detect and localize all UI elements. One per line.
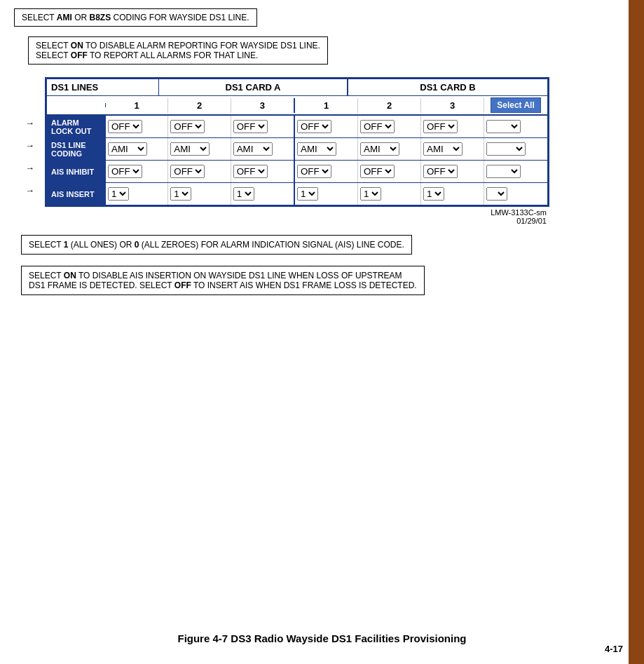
- ds1-line-coding-b3-cell[interactable]: AMIB8ZS: [421, 138, 484, 160]
- ais-inhibit-a1[interactable]: OFFON: [108, 165, 142, 178]
- figure-caption: Figure 4-7 DS3 Radio Wayside DS1 Facilit…: [21, 632, 624, 644]
- ais-insert-b-extra[interactable]: 10: [486, 187, 507, 201]
- label-alarm-lock-out: ALARM LOCK OUT: [47, 116, 106, 137]
- label-ais-insert: AIS INSERT: [47, 183, 106, 205]
- card-b-col-3: 3: [421, 98, 484, 113]
- ais-inhibit-b3[interactable]: OFFON: [423, 165, 458, 178]
- off-bold-1: OFF: [71, 50, 88, 60]
- on-bold-1: ON: [71, 41, 83, 50]
- page-number: 4-17: [605, 644, 623, 654]
- ds1-line-coding-b2[interactable]: AMIB8ZS: [360, 142, 399, 156]
- ais-inhibit-b2[interactable]: OFFON: [360, 165, 395, 178]
- ais-insert-a3-cell[interactable]: 10: [231, 183, 294, 205]
- ds1-line-coding-a3-cell[interactable]: AMIB8ZS: [231, 138, 294, 160]
- ais-insert-a1[interactable]: 10: [108, 187, 129, 201]
- lmw-label: LMW-3133C-sm 01/29/01: [38, 208, 547, 225]
- select-all-button[interactable]: Select All: [491, 97, 541, 113]
- ais-inhibit-b-extra-cell[interactable]: OFFON: [484, 161, 547, 182]
- alarm-lock-out-b-extra[interactable]: OFFON: [486, 120, 521, 133]
- val2-bold: 0: [135, 240, 139, 250]
- alarm-lock-out-a2[interactable]: OFFON: [170, 120, 205, 133]
- ds1-line-coding-b-extra[interactable]: AMIB8ZS: [486, 142, 526, 156]
- row-alarm-lock-out: ALARM LOCK OUT OFFON OFFON OFFON: [47, 115, 547, 137]
- alarm-lock-out-b-extra-cell[interactable]: OFFON: [484, 116, 547, 137]
- ais-inhibit-a3[interactable]: OFFON: [233, 165, 268, 178]
- alarm-lock-out-b1[interactable]: OFFON: [297, 120, 331, 133]
- arrow-ds1-line-coding: →: [25, 140, 34, 151]
- alarm-lock-out-a2-cell[interactable]: OFFON: [168, 116, 231, 137]
- ds1-line-coding-b3[interactable]: AMIB8ZS: [423, 142, 463, 156]
- arrow-ais-inhibit: →: [25, 163, 34, 173]
- alarm-lock-out-b3[interactable]: OFFON: [423, 120, 458, 133]
- ds1-line-coding-a1-cell[interactable]: AMIB8ZS: [106, 138, 168, 160]
- alarm-lock-out-a1[interactable]: OFFON: [108, 120, 142, 133]
- ais-inhibit-a2[interactable]: OFFON: [170, 165, 205, 178]
- ais-inhibit-b-extra[interactable]: OFFON: [486, 165, 521, 178]
- card-a-col-3: 3: [231, 98, 294, 113]
- card-b-title: DS1 CARD B: [348, 82, 547, 93]
- alarm-lock-out-a3[interactable]: OFFON: [233, 120, 268, 133]
- notice-box-1: SELECT AMI OR B8ZS CODING FOR WAYSIDE DS…: [14, 8, 257, 27]
- ds1-lines-header: DS1 LINES: [47, 79, 159, 95]
- ais-insert-a3[interactable]: 10: [233, 187, 254, 201]
- alarm-lock-out-b2-cell[interactable]: OFFON: [358, 116, 421, 137]
- arrow-alarm-lock-out: →: [25, 118, 34, 128]
- ds1-line-coding-b1-cell[interactable]: AMIB8ZS: [295, 138, 358, 160]
- ais-insert-b3[interactable]: 10: [423, 187, 444, 201]
- val1-bold: 1: [64, 240, 69, 250]
- row-ais-inhibit: AIS INHIBIT OFFON OFFON OFFON: [47, 160, 547, 182]
- ais-inhibit-a1-cell[interactable]: OFFON: [106, 161, 168, 182]
- ds1-panel: DS1 LINES DS1 CARD A DS1 CARD B: [45, 77, 549, 207]
- card-b-col-2: 2: [358, 98, 421, 113]
- card-b-col-1: 1: [295, 98, 358, 113]
- card-b-title-area: DS1 CARD B: [348, 79, 547, 95]
- right-sidebar: [629, 0, 644, 664]
- ais-insert-b2-cell[interactable]: 10: [358, 183, 421, 205]
- alarm-lock-out-a3-cell[interactable]: OFFON: [231, 116, 294, 137]
- card-a-col-2: 2: [168, 98, 231, 113]
- b8zs-bold: B8ZS: [89, 13, 111, 22]
- off-bold-2: OFF: [174, 280, 191, 290]
- alarm-lock-out-b1-cell[interactable]: OFFON: [295, 116, 358, 137]
- ds1-line-coding-a2[interactable]: AMIB8ZS: [170, 142, 210, 156]
- bottom-notice-1: SELECT 1 (ALL ONES) OR 0 (ALL ZEROES) FO…: [21, 235, 412, 255]
- ais-inhibit-b3-cell[interactable]: OFFON: [421, 161, 484, 182]
- select-all-cell[interactable]: Select All: [484, 96, 547, 114]
- ais-insert-a2[interactable]: 10: [170, 187, 191, 201]
- alarm-lock-out-a1-cell[interactable]: OFFON: [106, 116, 168, 137]
- bottom-notice-2: SELECT ON TO DISABLE AIS INSERTION ON WA…: [21, 266, 425, 295]
- ds1-line-coding-a3[interactable]: AMIB8ZS: [233, 142, 273, 156]
- ais-insert-a2-cell[interactable]: 10: [168, 183, 231, 205]
- card-a-col-1: 1: [106, 98, 168, 113]
- ais-inhibit-b1-cell[interactable]: OFFON: [295, 161, 358, 182]
- row-ds1-line-coding: DS1 LINE CODING AMIB8ZS AMIB8ZS AMIB8ZS: [47, 137, 547, 160]
- card-a-title: DS1 CARD A: [159, 79, 348, 95]
- ami-bold: AMI: [57, 13, 72, 22]
- ais-insert-a1-cell[interactable]: 10: [106, 183, 168, 205]
- ais-insert-b2[interactable]: 10: [360, 187, 381, 201]
- ds1-line-coding-a1[interactable]: AMIB8ZS: [108, 142, 147, 156]
- ds1-line-coding-b1[interactable]: AMIB8ZS: [297, 142, 336, 156]
- label-ds1-line-coding: DS1 LINE CODING: [47, 138, 106, 160]
- alarm-lock-out-b2[interactable]: OFFON: [360, 120, 395, 133]
- ds1-line-coding-b2-cell[interactable]: AMIB8ZS: [358, 138, 421, 160]
- label-ais-inhibit: AIS INHIBIT: [47, 161, 106, 182]
- col-label: [47, 103, 106, 107]
- ais-insert-b-extra-cell[interactable]: 10: [484, 183, 547, 205]
- arrow-ais-insert: →: [25, 185, 34, 196]
- ds1-line-coding-b-extra-cell[interactable]: AMIB8ZS: [484, 138, 547, 160]
- ais-inhibit-b2-cell[interactable]: OFFON: [358, 161, 421, 182]
- notice-box-2: SELECT ON TO DISABLE ALARM REPORTING FOR…: [28, 36, 328, 65]
- ais-inhibit-a3-cell[interactable]: OFFON: [231, 161, 294, 182]
- ds1-line-coding-a2-cell[interactable]: AMIB8ZS: [168, 138, 231, 160]
- ais-inhibit-b1[interactable]: OFFON: [297, 165, 331, 178]
- ais-insert-b1[interactable]: 10: [297, 187, 318, 201]
- ais-insert-b1-cell[interactable]: 10: [295, 183, 358, 205]
- ais-inhibit-a2-cell[interactable]: OFFON: [168, 161, 231, 182]
- bottom-notices-area: SELECT 1 (ALL ONES) OR 0 (ALL ZEROES) FO…: [21, 235, 630, 301]
- alarm-lock-out-b3-cell[interactable]: OFFON: [421, 116, 484, 137]
- ais-insert-b3-cell[interactable]: 10: [421, 183, 484, 205]
- on-bold-2: ON: [64, 271, 76, 280]
- row-ais-insert: AIS INSERT 10 10 10: [47, 182, 547, 205]
